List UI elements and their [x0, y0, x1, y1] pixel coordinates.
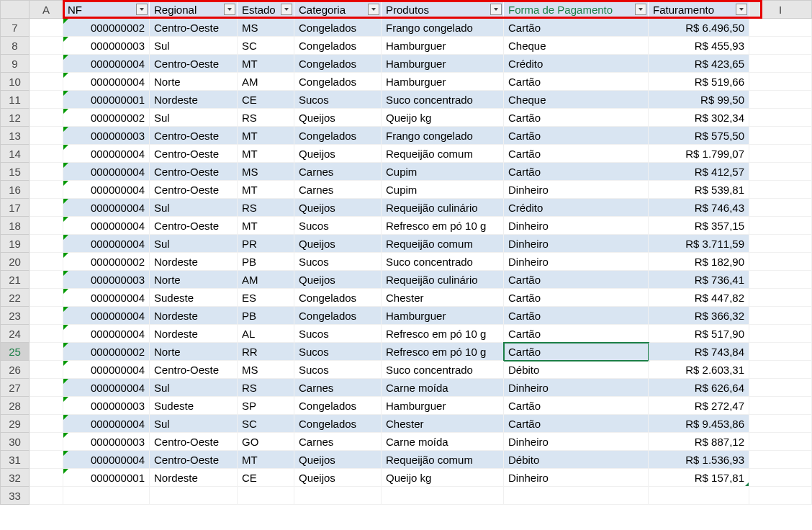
cell-fat-15[interactable]: R$ 412,57	[649, 163, 749, 181]
cell-A9[interactable]	[30, 55, 63, 73]
cell-A12[interactable]	[30, 109, 63, 127]
cell-pag-9[interactable]: Crédito	[504, 55, 649, 73]
cell-pag-14[interactable]: Cartão	[504, 145, 649, 163]
cell-A11[interactable]	[30, 91, 63, 109]
cell-cat-27[interactable]: Carnes	[294, 379, 382, 397]
cell-fat-12[interactable]: R$ 302,34	[649, 109, 749, 127]
cell-pag-24[interactable]: Cartão	[504, 325, 649, 343]
cell-prod-14[interactable]: Requeijão comum	[382, 145, 504, 163]
cell-I22[interactable]	[749, 289, 812, 307]
cell-reg-26[interactable]: Centro-Oeste	[150, 361, 238, 379]
cell-I30[interactable]	[749, 433, 812, 451]
cell-est-8[interactable]: SC	[238, 37, 294, 55]
cell-cat-24[interactable]: Sucos	[294, 325, 382, 343]
cell-fat-20[interactable]: R$ 182,90	[649, 253, 749, 271]
cell-prod-9[interactable]: Hamburguer	[382, 55, 504, 73]
row-header-33[interactable]: 33	[1, 487, 30, 505]
cell-reg-14[interactable]: Centro-Oeste	[150, 145, 238, 163]
row-header-32[interactable]: 32	[1, 469, 30, 487]
cell-reg-8[interactable]: Sul	[150, 37, 238, 55]
table-header-forma de pagamento[interactable]: Forma de Pagamento	[504, 1, 649, 19]
cell-pag-30[interactable]: Dinheiro	[504, 433, 649, 451]
cell-A13[interactable]	[30, 127, 63, 145]
cell-prod-23[interactable]: Hamburguer	[382, 307, 504, 325]
cell-fat-29[interactable]: R$ 9.453,86	[649, 415, 749, 433]
cell-prod-31[interactable]: Requeijão comum	[382, 451, 504, 469]
cell-cat-9[interactable]: Congelados	[294, 55, 382, 73]
row-header-27[interactable]: 27	[1, 379, 30, 397]
cell-est-14[interactable]: MT	[238, 145, 294, 163]
cell-nf-16[interactable]: 000000004	[63, 181, 150, 199]
cell-nf-7[interactable]: 000000002	[63, 19, 150, 37]
cell-reg-22[interactable]: Sudeste	[150, 289, 238, 307]
cell-I32[interactable]	[749, 469, 812, 487]
cell-nf-12[interactable]: 000000002	[63, 109, 150, 127]
cell-I11[interactable]	[749, 91, 812, 109]
cell-prod-8[interactable]: Hamburguer	[382, 37, 504, 55]
cell-cat-10[interactable]: Congelados	[294, 73, 382, 91]
cell-prod-24[interactable]: Refresco em pó 10 g	[382, 325, 504, 343]
row-header-17[interactable]: 17	[1, 199, 30, 217]
cell-fat-31[interactable]: R$ 1.536,93	[649, 451, 749, 469]
cell-est-13[interactable]: MT	[238, 127, 294, 145]
cell-cat-29[interactable]: Congelados	[294, 415, 382, 433]
cell-reg-16[interactable]: Centro-Oeste	[150, 181, 238, 199]
cell-cat-19[interactable]: Queijos	[294, 235, 382, 253]
cell-est-21[interactable]: AM	[238, 271, 294, 289]
cell-cat-21[interactable]: Queijos	[294, 271, 382, 289]
cell-fat-19[interactable]: R$ 3.711,59	[649, 235, 749, 253]
cell-A27[interactable]	[30, 379, 63, 397]
cell-fat-7[interactable]: R$ 6.496,50	[649, 19, 749, 37]
row-header-25[interactable]: 25	[1, 343, 30, 361]
cell-prod-11[interactable]: Suco concentrado	[382, 91, 504, 109]
cell-A10[interactable]	[30, 73, 63, 91]
row-header-30[interactable]: 30	[1, 433, 30, 451]
cell-nf-14[interactable]: 000000004	[63, 145, 150, 163]
row-header-8[interactable]: 8	[1, 37, 30, 55]
cell-A7[interactable]	[30, 19, 63, 37]
cell-pag-25[interactable]: Cartão	[504, 343, 649, 361]
cell-pag-13[interactable]: Cartão	[504, 127, 649, 145]
cell-cat-25[interactable]: Sucos	[294, 343, 382, 361]
cell-nf-11[interactable]: 000000001	[63, 91, 150, 109]
cell-nf-19[interactable]: 000000004	[63, 235, 150, 253]
filter-dropdown-icon[interactable]	[736, 4, 747, 15]
cell-cat-11[interactable]: Sucos	[294, 91, 382, 109]
cell-reg-27[interactable]: Sul	[150, 379, 238, 397]
cell-prod-12[interactable]: Queijo kg	[382, 109, 504, 127]
cell-est-19[interactable]: PR	[238, 235, 294, 253]
cell-pag-10[interactable]: Cartão	[504, 73, 649, 91]
cell-nf-29[interactable]: 000000004	[63, 415, 150, 433]
cell-est-15[interactable]: MS	[238, 163, 294, 181]
cell-reg-11[interactable]: Nordeste	[150, 91, 238, 109]
cell-A19[interactable]	[30, 235, 63, 253]
table-header-categoria[interactable]: Categoria	[294, 1, 382, 19]
cell-pag-7[interactable]: Cartão	[504, 19, 649, 37]
cell-cat-20[interactable]: Sucos	[294, 253, 382, 271]
cell-nf-30[interactable]: 000000003	[63, 433, 150, 451]
cell-A22[interactable]	[30, 289, 63, 307]
cell-pag-12[interactable]: Cartão	[504, 109, 649, 127]
cell-nf-20[interactable]: 000000002	[63, 253, 150, 271]
col-header-I[interactable]: I	[749, 1, 812, 19]
filter-dropdown-icon[interactable]	[136, 4, 148, 15]
cell-fat-9[interactable]: R$ 423,65	[649, 55, 749, 73]
cell-pag-21[interactable]: Cartão	[504, 271, 649, 289]
cell-est-24[interactable]: AL	[238, 325, 294, 343]
cell-reg-12[interactable]: Sul	[150, 109, 238, 127]
cell-I25[interactable]	[749, 343, 812, 361]
cell-I15[interactable]	[749, 163, 812, 181]
filter-dropdown-icon[interactable]	[635, 4, 646, 15]
cell-reg-25[interactable]: Norte	[150, 343, 238, 361]
cell-est-9[interactable]: MT	[238, 55, 294, 73]
row-header-11[interactable]: 11	[1, 91, 30, 109]
cell-nf-32[interactable]: 000000001	[63, 469, 150, 487]
cell-A25[interactable]	[30, 343, 63, 361]
cell-nf-22[interactable]: 000000004	[63, 289, 150, 307]
cell-I21[interactable]	[749, 271, 812, 289]
cell-est-27[interactable]: RS	[238, 379, 294, 397]
cell-reg-32[interactable]: Nordeste	[150, 469, 238, 487]
cell-pag-23[interactable]: Cartão	[504, 307, 649, 325]
cell-est-25[interactable]: RR	[238, 343, 294, 361]
cell-fat-17[interactable]: R$ 746,43	[649, 199, 749, 217]
